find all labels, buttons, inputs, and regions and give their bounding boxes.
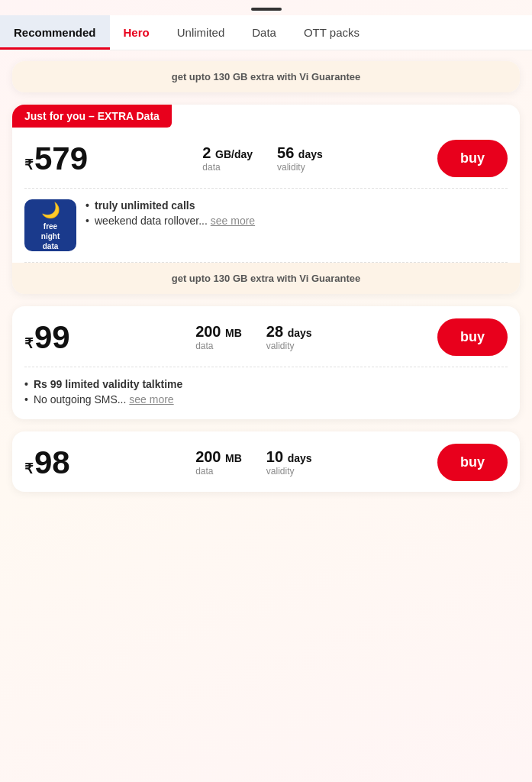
plan-579-price-block: ₹ 579 [24, 143, 88, 175]
plan-99-main: ₹ 99 200 MB data 28 days validity [12, 306, 520, 367]
plan-579-guarantee-text: get upto 130 GB extra with Vi Guarantee [172, 273, 361, 284]
moon-icon: 🌙 [41, 200, 60, 220]
tab-hero-label: Hero [124, 26, 150, 39]
plan-579-validity-block: 56 days validity [277, 144, 323, 173]
plan-579-price: 579 [34, 143, 88, 175]
top-guarantee-card: get upto 130 GB extra with Vi Guarantee [12, 61, 520, 92]
tab-ott[interactable]: OTT packs [290, 15, 373, 50]
plan-98-top-row: ₹ 98 200 MB data 10 days validity [24, 444, 508, 492]
tab-hero[interactable]: Hero [110, 15, 163, 50]
plan-99-price-block: ₹ 99 [24, 322, 70, 354]
tab-unlimited-label: Unlimited [177, 26, 225, 39]
top-handle [0, 0, 532, 15]
plan-579-rupee: ₹ [24, 157, 33, 173]
plan-99-data-label: data [195, 341, 242, 351]
plan-99-buy-button[interactable]: buy [437, 318, 508, 356]
plan-card-99: ₹ 99 200 MB data 28 days validity [12, 306, 520, 419]
plan-579-banner: Just for you – EXTRA Data [12, 105, 172, 128]
plan-98-price: 98 [34, 447, 70, 479]
top-guarantee-text: get upto 130 GB extra with Vi Guarantee [172, 71, 361, 82]
plan-98-data-label: data [195, 466, 242, 477]
plan-579-data-label: data [202, 162, 253, 173]
plan-579-data-block: 2 GB/day data [202, 144, 253, 173]
see-more-link-579[interactable]: see more [211, 215, 255, 227]
plan-579-validity-label: validity [277, 162, 323, 173]
plan-99-data-value: 200 MB [195, 323, 242, 341]
plan-99-features: Rs 99 limited validity talktime No outgo… [12, 367, 520, 419]
plan-card-98: ₹ 98 200 MB data 10 days validity [12, 431, 520, 492]
plan-98-details: 200 MB data 10 days validity [195, 448, 311, 477]
plan-98-buy-label: buy [460, 454, 485, 470]
plan-579-top-row: ₹ 579 2 GB/day data 56 days validit [24, 140, 508, 188]
plan-99-price: 99 [34, 322, 70, 354]
plan-579-data-value: 2 GB/day [202, 144, 253, 162]
tab-recommended-label: Recommended [14, 26, 96, 39]
plan-579-validity-value: 56 days [277, 144, 323, 162]
plan-98-price-block: ₹ 98 [24, 447, 70, 479]
feature-text: truly unlimited calls [95, 199, 195, 212]
plan-98-validity-value: 10 days [266, 448, 312, 466]
feature-text: weekend data rollover... [95, 215, 211, 227]
plan-98-buy-button[interactable]: buy [437, 444, 508, 481]
tab-data[interactable]: Data [238, 15, 290, 50]
plan-99-features-list: Rs 99 limited validity talktime No outgo… [24, 378, 508, 406]
feature-item: weekend data rollover... see more [85, 215, 255, 227]
plan-579-main: ₹ 579 2 GB/day data 56 days validit [12, 128, 520, 188]
feature-text: Rs 99 limited validity talktime [34, 378, 182, 390]
free-night-badge: 🌙 free night data [24, 199, 76, 251]
plan-579-details: 2 GB/day data 56 days validity [202, 144, 322, 173]
plan-99-validity-label: validity [266, 341, 312, 351]
tab-bar: Recommended Hero Unlimited Data OTT pack… [0, 15, 532, 50]
plan-579-banner-text: Just for you – EXTRA Data [24, 110, 160, 122]
tab-ott-label: OTT packs [304, 26, 360, 39]
plan-579-buy-label: buy [460, 150, 485, 166]
plan-98-rupee: ₹ [24, 460, 33, 477]
plan-99-validity-value: 28 days [266, 323, 312, 341]
tab-unlimited[interactable]: Unlimited [163, 15, 239, 50]
content-area: get upto 130 GB extra with Vi Guarantee … [0, 50, 532, 515]
plan-98-data-block: 200 MB data [195, 448, 242, 477]
plan-98-validity-label: validity [266, 466, 312, 477]
plan-579-buy-button[interactable]: buy [437, 140, 508, 177]
handle-bar [251, 8, 282, 11]
plan-579-features: 🌙 free night data truly unlimited calls … [12, 189, 520, 262]
plan-98-main: ₹ 98 200 MB data 10 days validity [12, 431, 520, 492]
badge-line3: data [43, 241, 59, 251]
plan-99-data-block: 200 MB data [195, 323, 242, 351]
plan-99-rupee: ₹ [24, 335, 33, 352]
plan-99-top-row: ₹ 99 200 MB data 28 days validity [24, 318, 508, 367]
badge-line2: night [41, 231, 60, 241]
feature-item: truly unlimited calls [85, 199, 255, 212]
plan-98-data-value: 200 MB [195, 448, 242, 466]
feature-item: No outgoing SMS... see more [24, 393, 508, 406]
feature-text: No outgoing SMS... [34, 393, 129, 406]
top-guarantee-strip: get upto 130 GB extra with Vi Guarantee [12, 61, 520, 92]
plan-99-details: 200 MB data 28 days validity [195, 323, 311, 351]
tab-data-label: Data [252, 26, 276, 39]
tab-recommended[interactable]: Recommended [0, 15, 110, 50]
plan-99-buy-label: buy [460, 329, 485, 344]
plan-579-guarantee: get upto 130 GB extra with Vi Guarantee [12, 263, 520, 294]
feature-item: Rs 99 limited validity talktime [24, 378, 508, 390]
plan-98-validity-block: 10 days validity [266, 448, 312, 477]
plan-card-579: Just for you – EXTRA Data ₹ 579 2 GB/day… [12, 105, 520, 294]
plan-99-validity-block: 28 days validity [266, 323, 312, 351]
see-more-link-99[interactable]: see more [129, 393, 173, 406]
plan-579-features-list: truly unlimited calls weekend data rollo… [85, 199, 255, 230]
badge-line1: free [44, 221, 57, 231]
